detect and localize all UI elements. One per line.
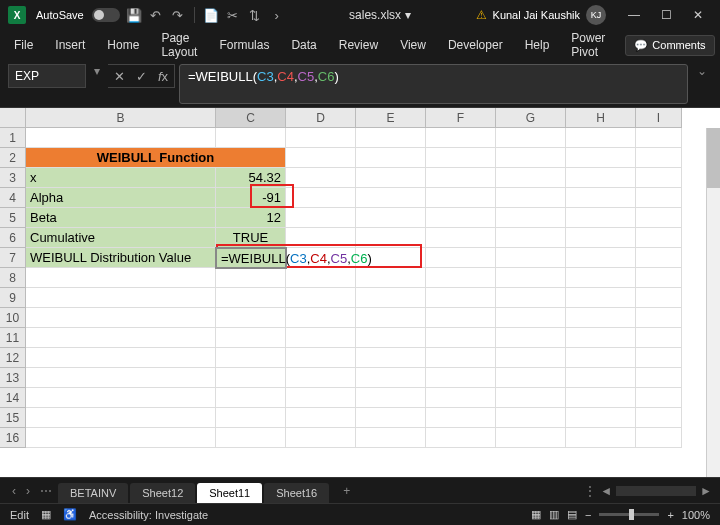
cell-b4[interactable]: Alpha (26, 188, 216, 208)
cell-f15[interactable] (426, 408, 496, 428)
col-header-f[interactable]: F (426, 108, 496, 128)
cell-c4[interactable]: -91 (216, 188, 286, 208)
cell-d6[interactable] (286, 228, 356, 248)
cell-c5[interactable]: 12 (216, 208, 286, 228)
cell-i9[interactable] (636, 288, 682, 308)
accessibility-icon[interactable]: ♿ (63, 508, 77, 521)
filename-area[interactable]: sales.xlsx ▾ (291, 8, 470, 22)
cell-c6[interactable]: TRUE (216, 228, 286, 248)
cell-i5[interactable] (636, 208, 682, 228)
cell-g10[interactable] (496, 308, 566, 328)
cell-g9[interactable] (496, 288, 566, 308)
cell-g3[interactable] (496, 168, 566, 188)
cell-b11[interactable] (26, 328, 216, 348)
cell-g5[interactable] (496, 208, 566, 228)
cell-c12[interactable] (216, 348, 286, 368)
tab-help[interactable]: Help (523, 32, 552, 58)
cell-h4[interactable] (566, 188, 636, 208)
cell-h9[interactable] (566, 288, 636, 308)
maximize-button[interactable]: ☐ (652, 5, 680, 25)
tab-data[interactable]: Data (289, 32, 318, 58)
cell-h12[interactable] (566, 348, 636, 368)
sheet-tab-sheet16[interactable]: Sheet16 (264, 483, 329, 503)
scrollbar-thumb[interactable] (707, 128, 720, 188)
row-header-7[interactable]: 7 (0, 248, 26, 268)
zoom-level[interactable]: 100% (682, 509, 710, 521)
sheet-tab-betainv[interactable]: BETAINV (58, 483, 128, 503)
cut-icon[interactable]: ✂ (225, 7, 241, 23)
cell-i1[interactable] (636, 128, 682, 148)
tab-nav-prev-icon[interactable]: ‹ (8, 484, 20, 498)
row-header-4[interactable]: 4 (0, 188, 26, 208)
cell-d16[interactable] (286, 428, 356, 448)
tab-view[interactable]: View (398, 32, 428, 58)
accept-formula-icon[interactable]: ✓ (130, 65, 152, 87)
cell-d8[interactable] (286, 268, 356, 288)
tab-home[interactable]: Home (105, 32, 141, 58)
cell-b8[interactable] (26, 268, 216, 288)
close-button[interactable]: ✕ (684, 5, 712, 25)
workbook-stats-icon[interactable]: ▦ (41, 508, 51, 521)
tab-nav-more-icon[interactable]: ⋯ (36, 484, 56, 498)
cell-g4[interactable] (496, 188, 566, 208)
cell-d10[interactable] (286, 308, 356, 328)
cell-e16[interactable] (356, 428, 426, 448)
formula-input[interactable]: =WEIBULL(C3,C4,C5,C6) (179, 64, 688, 104)
cell-d13[interactable] (286, 368, 356, 388)
row-header-15[interactable]: 15 (0, 408, 26, 428)
cell-d4[interactable] (286, 188, 356, 208)
cell-g11[interactable] (496, 328, 566, 348)
tab-insert[interactable]: Insert (53, 32, 87, 58)
fx-icon[interactable]: fx (152, 65, 174, 87)
cell-g15[interactable] (496, 408, 566, 428)
cell-d5[interactable] (286, 208, 356, 228)
tab-developer[interactable]: Developer (446, 32, 505, 58)
col-header-c[interactable]: C (216, 108, 286, 128)
cell-c10[interactable] (216, 308, 286, 328)
spreadsheet-grid[interactable]: B C D E F G H I 1 2 WEIBULL Function 3 x… (0, 108, 720, 477)
cell-b3[interactable]: x (26, 168, 216, 188)
cell-e3[interactable] (356, 168, 426, 188)
cell-f14[interactable] (426, 388, 496, 408)
comments-button[interactable]: 💬 Comments (625, 35, 714, 56)
name-box[interactable]: EXP (8, 64, 86, 88)
tab-options-icon[interactable]: ⋮ (584, 484, 596, 498)
cell-h8[interactable] (566, 268, 636, 288)
warning-icon[interactable]: ⚠ (476, 8, 487, 22)
zoom-slider[interactable] (599, 513, 659, 516)
cell-h7[interactable] (566, 248, 636, 268)
cell-i6[interactable] (636, 228, 682, 248)
cell-c3[interactable]: 54.32 (216, 168, 286, 188)
cell-h13[interactable] (566, 368, 636, 388)
col-header-i[interactable]: I (636, 108, 682, 128)
cell-e5[interactable] (356, 208, 426, 228)
cell-f7[interactable] (426, 248, 496, 268)
cell-e10[interactable] (356, 308, 426, 328)
cell-h3[interactable] (566, 168, 636, 188)
cell-h5[interactable] (566, 208, 636, 228)
select-all-corner[interactable] (0, 108, 26, 128)
cell-h10[interactable] (566, 308, 636, 328)
view-page-icon[interactable]: ▤ (567, 508, 577, 521)
sheet-tab-sheet12[interactable]: Sheet12 (130, 483, 195, 503)
cell-i7[interactable] (636, 248, 682, 268)
cell-f16[interactable] (426, 428, 496, 448)
col-header-h[interactable]: H (566, 108, 636, 128)
cell-g13[interactable] (496, 368, 566, 388)
cell-i12[interactable] (636, 348, 682, 368)
cell-e1[interactable] (356, 128, 426, 148)
user-account[interactable]: Kunal Jai Kaushik KJ (493, 5, 606, 25)
cell-f3[interactable] (426, 168, 496, 188)
name-box-dropdown-icon[interactable]: ▾ (90, 64, 104, 78)
cell-c7-editing[interactable]: =WEIBULL(C3,C4,C5,C6) (215, 247, 287, 269)
cell-g7[interactable] (496, 248, 566, 268)
cell-d1[interactable] (286, 128, 356, 148)
row-header-9[interactable]: 9 (0, 288, 26, 308)
tab-formulas[interactable]: Formulas (217, 32, 271, 58)
cell-b10[interactable] (26, 308, 216, 328)
row-header-10[interactable]: 10 (0, 308, 26, 328)
cell-c1[interactable] (216, 128, 286, 148)
cell-f6[interactable] (426, 228, 496, 248)
cell-d11[interactable] (286, 328, 356, 348)
new-sheet-icon[interactable]: + (339, 484, 354, 498)
